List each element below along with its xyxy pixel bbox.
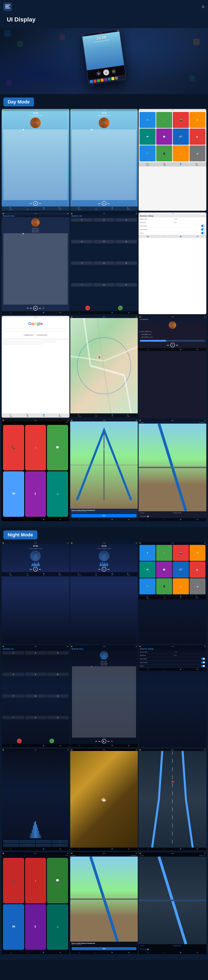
phone-icon[interactable]: 📞 — [147, 348, 149, 350]
logo-icon[interactable] — [3, 3, 12, 11]
play-pause-btn[interactable]: ⏸ — [170, 343, 175, 347]
bt-icon[interactable]: 🔷 — [43, 207, 45, 209]
phone-icon[interactable]: 📞 — [95, 207, 98, 209]
key-5[interactable]: 5 — [25, 673, 46, 676]
music-icon[interactable]: ♪ — [164, 952, 165, 953]
phone-icon[interactable]: 📞 — [164, 163, 166, 165]
app-youtube[interactable]: ▶ — [189, 562, 205, 578]
google-search-btn[interactable]: Google Search — [23, 334, 34, 336]
bt-icon[interactable]: 🔷 — [180, 668, 182, 670]
email-icon[interactable]: ✉ — [147, 163, 150, 165]
play-pause-btn[interactable]: ▶ — [33, 306, 38, 310]
app-drive[interactable]: △ — [173, 578, 189, 594]
phone-icon[interactable]: 📞 — [27, 414, 29, 416]
search-bar[interactable] — [3, 329, 68, 332]
phone-icon[interactable]: 📞 — [10, 745, 12, 746]
playback-controls[interactable]: ⏮ ⏸ ⏭ — [139, 342, 206, 348]
next-icon[interactable]: ⏭ — [39, 202, 41, 205]
carplay-spotify[interactable]: ♫ — [47, 471, 68, 517]
music-icon[interactable]: ♪ — [164, 349, 165, 350]
bt-icon[interactable]: 🔷 — [111, 952, 113, 953]
bt-icon[interactable]: 🔷 — [43, 312, 44, 313]
key-hash[interactable]: # — [47, 716, 69, 719]
phone-icon[interactable]: 📞 — [147, 235, 149, 237]
phone-icon[interactable]: 📞 — [164, 596, 166, 598]
playback-controls[interactable]: ⇄ ⏮ ▶ ⏭ ↻ — [2, 305, 69, 311]
app-whatsapp[interactable]: 📱 — [156, 145, 172, 161]
next-icon[interactable]: ⏭ — [39, 307, 41, 309]
bt-icon[interactable]: 🔷 — [180, 163, 182, 165]
phone-icon[interactable]: 📞 — [147, 952, 149, 953]
music-icon[interactable]: ♪ — [27, 312, 28, 313]
app-drive[interactable]: △ — [173, 145, 189, 161]
apps-icon[interactable]: ⊞ — [197, 668, 198, 670]
apps-icon[interactable]: ⊞ — [128, 519, 129, 520]
next-btn[interactable]: ⏭ — [112, 69, 116, 74]
app-wechat[interactable]: 💬 — [156, 129, 172, 145]
playback-controls[interactable]: ⏮ ⏸ ⏭ — [2, 200, 69, 207]
apps-icon[interactable]: ⊞ — [127, 573, 130, 574]
music-icon[interactable]: ♪ — [96, 848, 96, 850]
key-8[interactable]: 8 — [93, 261, 115, 265]
music-icon[interactable]: ♪ — [96, 952, 96, 953]
carplay-phone[interactable]: 📞 — [3, 425, 24, 471]
bt-icon[interactable]: 🔷 — [111, 519, 113, 520]
key-1[interactable]: 1 — [71, 218, 93, 221]
app-bt[interactable]: BT — [173, 129, 189, 145]
apps-icon[interactable]: ⊞ — [197, 519, 198, 520]
apps-icon[interactable]: ⊞ — [127, 207, 130, 209]
auto-answer-toggle[interactable] — [201, 225, 205, 227]
track-1[interactable]: ▶ 华年_好声音.mp3 — [139, 330, 205, 333]
email-icon[interactable]: ✉ — [78, 573, 81, 574]
phone-icon[interactable]: 📞 — [79, 848, 80, 850]
phone-icon[interactable]: 📞 — [10, 848, 12, 850]
app-misc[interactable]: ☁ — [189, 145, 205, 161]
nav-btn-8[interactable]: ↻ — [52, 843, 68, 847]
dial-btn[interactable]: 📞 — [118, 305, 123, 310]
carplay-spotify[interactable]: ♫ — [47, 904, 68, 950]
track-2[interactable]: ○ 华年_致远方.mp3 — [139, 333, 205, 336]
key-3[interactable]: 3 — [47, 651, 69, 655]
nav-map[interactable] — [70, 856, 138, 942]
go-button[interactable]: GO — [71, 514, 137, 517]
key-8[interactable]: 8 — [25, 694, 46, 698]
prev-icon[interactable]: ⏮ — [167, 344, 169, 346]
email-icon[interactable]: ✉ — [78, 414, 81, 416]
nav-btn-2[interactable]: ↑ — [19, 840, 35, 843]
playback-controls[interactable]: ⏮ ⏸ ⏭ — [70, 566, 138, 572]
apps-icon[interactable]: ⊞ — [197, 348, 198, 350]
key-3[interactable]: 3 — [115, 218, 137, 221]
key-7[interactable]: 7 — [3, 694, 24, 698]
playback-controls[interactable]: ⏮ ⏸ ⏭ — [2, 566, 69, 572]
key-4[interactable]: 4 — [71, 240, 93, 243]
apps-icon[interactable]: ⊞ — [197, 235, 198, 237]
app-music[interactable]: ♪ — [156, 112, 172, 128]
apps-icon[interactable]: ⊞ — [60, 952, 61, 953]
play-pause-btn[interactable]: ▶ — [102, 739, 106, 743]
phone-icon[interactable]: 📞 — [10, 952, 12, 953]
carplay-music[interactable]: ♪ — [25, 858, 46, 904]
app-music[interactable]: ♪ — [156, 545, 172, 561]
email-icon[interactable]: ✉ — [147, 596, 150, 598]
next-icon[interactable]: ⏭ — [108, 740, 110, 743]
app-wechat[interactable]: 💬 — [156, 562, 172, 578]
next-icon[interactable]: ⏭ — [176, 344, 178, 346]
nav-icon[interactable]: ≡ — [202, 4, 205, 10]
music-icon[interactable]: ♪ — [96, 745, 96, 746]
app-photo[interactable]: 📷 — [173, 545, 189, 561]
key-6[interactable]: 6 — [47, 673, 69, 676]
carplay-maps[interactable]: 🗺 — [3, 471, 24, 517]
bt-icon[interactable]: 🔷 — [43, 848, 44, 850]
play-icon[interactable]: ▶ — [147, 948, 149, 951]
key-9[interactable]: 9 — [47, 694, 69, 698]
key-1[interactable]: 1 — [3, 651, 24, 655]
playback-controls[interactable]: ⇄ ⏮ ▶ ⏭ ↻ — [70, 738, 138, 744]
prev-icon[interactable]: ⏮ — [98, 202, 100, 205]
phone-icon[interactable]: 📞 — [95, 414, 98, 416]
bt-icon[interactable]: 🔷 — [112, 573, 113, 574]
play-icon[interactable]: ▶ — [147, 515, 149, 518]
apps-icon[interactable]: ⊞ — [60, 312, 61, 313]
key-4[interactable]: 4 — [3, 673, 24, 676]
music-icon[interactable]: ♪ — [27, 848, 28, 850]
music-icon[interactable]: ♪ — [27, 952, 28, 953]
